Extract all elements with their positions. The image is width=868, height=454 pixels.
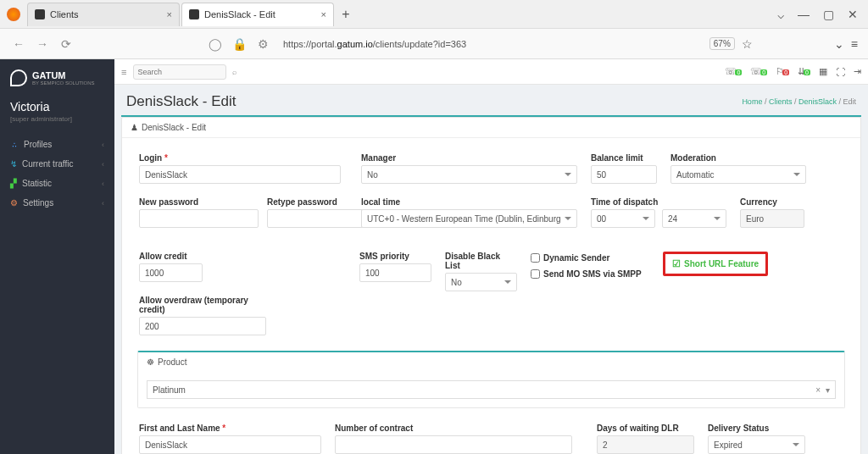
moderation-label: Moderation <box>670 153 806 163</box>
edit-panel: ♟DenisSlack - Edit Login New password Re… <box>121 117 861 454</box>
dispatch-from-select[interactable]: 00 <box>591 209 655 228</box>
login-input[interactable] <box>139 165 341 184</box>
zoom-badge[interactable]: 67% <box>709 37 735 50</box>
product-select[interactable]: Platinum × ▾ <box>147 380 836 399</box>
chart-icon: ▞ <box>10 179 17 188</box>
sidebar-item-profiles[interactable]: ⛬Profiles‹ <box>0 135 114 154</box>
expand-icon[interactable]: ⛶ <box>836 67 845 77</box>
close-icon[interactable]: × <box>167 9 172 19</box>
localtime-select[interactable]: UTC+0 - Western European Time (Dublin, E… <box>361 209 577 228</box>
sidebar: GATUM BY SEMPICO SOLUTIONS Victoria [sup… <box>0 59 114 454</box>
manager-select[interactable]: No <box>361 165 577 184</box>
favicon-icon <box>35 9 45 19</box>
crumb-home[interactable]: Home <box>742 97 762 106</box>
permissions-icon[interactable]: ⚙ <box>254 37 271 51</box>
alert-icon[interactable]: ⚐0 <box>776 66 789 77</box>
minimize-icon[interactable]: — <box>798 8 810 21</box>
delivery-select[interactable]: Expired <box>708 435 805 454</box>
chevron-down-icon[interactable]: ▾ <box>826 385 830 395</box>
currency-select[interactable]: Euro <box>740 209 804 228</box>
reload-icon[interactable]: ⟳ <box>58 37 75 51</box>
sidebar-item-label: Statistic <box>22 179 52 188</box>
short-url-checkbox[interactable]: ☑Short URL Feature <box>672 258 759 269</box>
login-label: Login <box>139 153 341 163</box>
brand-name: GATUM <box>32 71 95 80</box>
firefox-icon <box>7 8 20 21</box>
shield-icon[interactable]: ◯ <box>207 37 224 51</box>
flag-icon[interactable]: ▦ <box>819 66 827 77</box>
logo-icon <box>10 69 27 86</box>
sidebar-item-label: Current traffic <box>22 159 73 169</box>
chevron-down-icon[interactable]: ⌵ <box>777 8 784 21</box>
sms-priority-input[interactable] <box>359 263 431 282</box>
balance-input[interactable] <box>591 165 657 184</box>
user-name: Victoria <box>0 95 114 115</box>
gear-icon: ⚙ <box>10 198 18 208</box>
dynamic-sender-checkbox[interactable]: Dynamic Sender <box>531 253 649 263</box>
maximize-icon[interactable]: ▢ <box>823 8 834 21</box>
back-icon[interactable]: ← <box>10 37 27 51</box>
currency-label: Currency <box>740 197 804 207</box>
newpass-label: New password <box>139 197 259 207</box>
dlr-input[interactable] <box>597 435 694 454</box>
search-field[interactable] <box>137 68 232 76</box>
sms-priority-label: SMS priority <box>359 252 431 261</box>
crumb-entity[interactable]: DenisSlack <box>798 97 837 106</box>
logo: GATUM BY SEMPICO SOLUTIONS <box>0 69 114 95</box>
menu-icon[interactable]: ≡ <box>851 37 858 51</box>
disable-bl-select[interactable]: No <box>445 273 517 291</box>
chevron-left-icon: ‹ <box>102 199 104 208</box>
search-icon[interactable]: ⌕ <box>232 68 236 76</box>
tab-clients[interactable]: Clients × <box>27 3 180 26</box>
check-icon: ☑ <box>672 258 681 269</box>
bookmark-icon[interactable]: ☆ <box>742 37 753 51</box>
sidebar-item-settings[interactable]: ⚙Settings‹ <box>0 193 114 213</box>
new-tab-button[interactable]: + <box>336 7 356 22</box>
logout-icon[interactable]: ⇥ <box>854 66 861 77</box>
crumb-clients[interactable]: Clients <box>769 97 793 106</box>
search-input[interactable]: ⌕ <box>133 64 226 80</box>
newpass-input[interactable] <box>139 209 259 228</box>
panel-title: DenisSlack - Edit <box>142 123 206 132</box>
breadcrumb: Home / Clients / DenisSlack / Edit <box>742 97 856 106</box>
main-content: ≡ ⌕ ☏0 ☏0 ⚐0 ⇊0 ▦ ⛶ ⇥ DenisSlack - Edit … <box>114 59 868 454</box>
allow-overdraw-input[interactable] <box>139 317 266 335</box>
close-icon[interactable]: × <box>321 9 326 19</box>
url-input[interactable]: https://portal.gatum.io/clients/update?i… <box>278 39 703 49</box>
allow-credit-label: Allow credit <box>139 252 203 261</box>
close-window-icon[interactable]: ✕ <box>848 8 858 21</box>
sidebar-item-statistic[interactable]: ▞Statistic‹ <box>0 174 114 193</box>
forward-icon[interactable]: → <box>34 37 51 51</box>
short-url-highlight: ☑Short URL Feature <box>663 252 768 276</box>
dlr-label: Days of waiting DLR <box>597 424 694 433</box>
tab-edit[interactable]: DenisSlack - Edit × <box>181 3 334 26</box>
tab-label: DenisSlack - Edit <box>204 9 275 19</box>
contract-label: Number of contract <box>335 424 572 433</box>
alert-icon[interactable]: ☏0 <box>750 66 767 77</box>
allow-credit-input[interactable] <box>139 263 203 282</box>
lock-icon: 🔒 <box>231 37 248 51</box>
tab-label: Clients <box>50 9 79 19</box>
alert-icon[interactable]: ⇊0 <box>798 66 810 77</box>
product-value: Platinum <box>153 385 186 395</box>
chevron-left-icon: ‹ <box>102 141 104 149</box>
checkbox-label: Send MO SMS via SMPP <box>543 269 642 279</box>
dispatch-to-select[interactable]: 24 <box>662 209 726 228</box>
hamburger-icon[interactable]: ≡ <box>121 67 126 77</box>
pocket-icon[interactable]: ⌄ <box>834 37 844 51</box>
favicon-icon <box>189 9 199 19</box>
product-head-label: Product <box>158 357 186 367</box>
address-bar: ← → ⟳ ◯ 🔒 ⚙ https://portal.gatum.io/clie… <box>0 29 868 59</box>
sidebar-item-label: Profiles <box>24 140 52 149</box>
balance-label: Balance limit <box>591 153 657 163</box>
send-mo-checkbox[interactable]: Send MO SMS via SMPP <box>531 269 649 279</box>
contract-input[interactable] <box>335 435 572 454</box>
firstlast-input[interactable] <box>139 435 321 454</box>
sidebar-item-traffic[interactable]: ↯Current traffic‹ <box>0 154 114 174</box>
user-role: [super administrator] <box>0 115 114 135</box>
delivery-label: Delivery Status <box>708 424 805 433</box>
moderation-select[interactable]: Automatic <box>670 165 806 184</box>
clear-icon[interactable]: × <box>810 385 826 395</box>
alert-icon[interactable]: ☏0 <box>725 66 742 77</box>
firstlast-label: First and Last Name <box>139 424 321 433</box>
